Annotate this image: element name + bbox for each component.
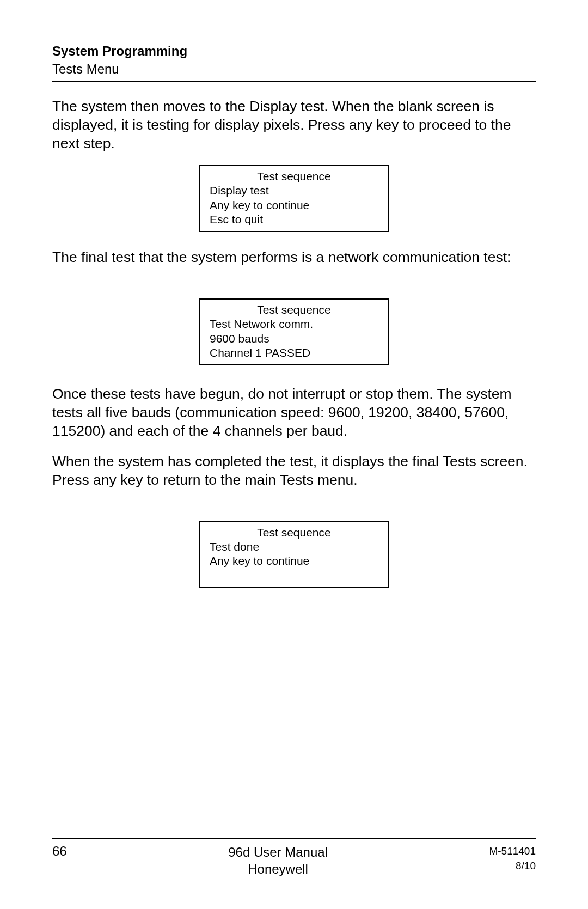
section-title: System Programming bbox=[52, 42, 536, 59]
lcd-line: Esc to quit bbox=[210, 212, 378, 227]
footer-doc-id: M-511401 bbox=[489, 844, 536, 859]
lcd-network-test: Test sequence Test Network comm. 9600 ba… bbox=[199, 298, 389, 365]
lcd-line: Test done bbox=[210, 540, 378, 554]
paragraph-4: When the system has completed the test, … bbox=[52, 453, 536, 490]
footer-center-line1: 96d User Manual bbox=[67, 844, 489, 861]
footer-date: 8/10 bbox=[489, 858, 536, 874]
section-subtitle: Tests Menu bbox=[52, 60, 536, 77]
lcd-display-test: Test sequence Display test Any key to co… bbox=[199, 165, 389, 232]
footer-divider bbox=[52, 838, 536, 839]
lcd-test-done: Test sequence Test done Any key to conti… bbox=[199, 521, 389, 588]
lcd-line: Display test bbox=[210, 184, 378, 198]
lcd-line: Test sequence bbox=[210, 303, 378, 317]
lcd-line: Test sequence bbox=[210, 169, 378, 184]
header-divider bbox=[52, 81, 536, 82]
lcd-line: Channel 1 PASSED bbox=[210, 346, 378, 360]
paragraph-2: The final test that the system performs … bbox=[52, 248, 536, 267]
lcd-line: Test sequence bbox=[210, 526, 378, 540]
lcd-line: Any key to continue bbox=[210, 554, 378, 568]
paragraph-3: Once these tests have begun, do not inte… bbox=[52, 385, 536, 441]
paragraph-1: The system then moves to the Display tes… bbox=[52, 97, 536, 153]
page-number: 66 bbox=[52, 844, 67, 859]
footer-center-line2: Honeywell bbox=[67, 861, 489, 877]
lcd-line: Test Network comm. bbox=[210, 317, 378, 331]
lcd-line: Any key to continue bbox=[210, 198, 378, 212]
lcd-line: 9600 bauds bbox=[210, 332, 378, 346]
